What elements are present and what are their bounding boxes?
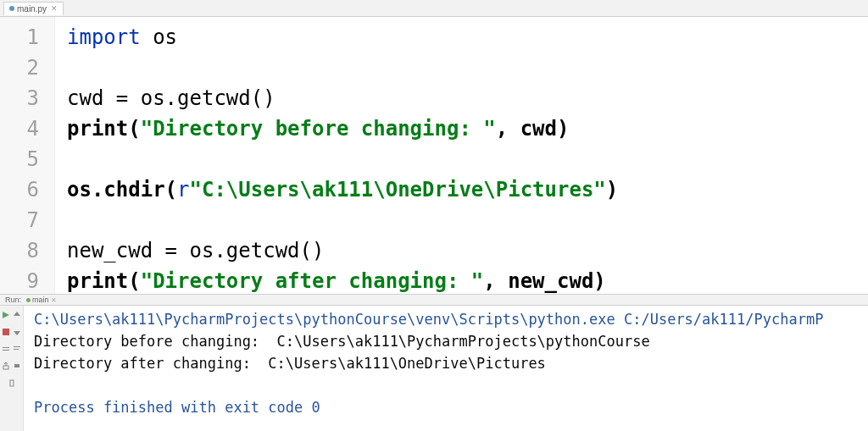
code-line[interactable]: import os bbox=[67, 22, 868, 52]
code-line[interactable]: print("Directory after changing: ", new_… bbox=[67, 266, 868, 294]
code-line[interactable]: cwd = os.getcwd() bbox=[67, 83, 868, 113]
python-file-icon bbox=[9, 6, 14, 11]
line-number: 5 bbox=[0, 144, 39, 174]
line-number: 2 bbox=[0, 52, 39, 83]
run-label: Run: bbox=[5, 296, 21, 304]
svg-rect-7 bbox=[10, 380, 14, 386]
console-line: Process finished with exit code 0 bbox=[34, 396, 868, 418]
run-panel-header: Run: main ✕ bbox=[0, 294, 868, 306]
code-line[interactable] bbox=[67, 52, 868, 83]
console-line: Directory before changing: C:\Users\ak11… bbox=[34, 330, 868, 352]
stop-icon[interactable] bbox=[2, 324, 10, 340]
console-line: C:\Users\ak111\PycharmProjects\pythonCou… bbox=[34, 308, 868, 330]
run-config-icon bbox=[26, 298, 31, 302]
svg-rect-4 bbox=[14, 349, 19, 350]
code-line[interactable] bbox=[67, 205, 868, 235]
run-toolbar bbox=[0, 306, 24, 431]
line-number: 8 bbox=[0, 235, 39, 266]
code-line[interactable] bbox=[67, 144, 868, 174]
line-number: 7 bbox=[0, 205, 39, 235]
line-number: 1 bbox=[0, 22, 39, 52]
line-number: 9 bbox=[0, 266, 39, 294]
code-line[interactable]: os.chdir(r"C:\Users\ak111\OneDrive\Pictu… bbox=[67, 174, 868, 205]
close-icon[interactable]: ✕ bbox=[51, 296, 57, 304]
svg-rect-5 bbox=[3, 366, 8, 369]
close-icon[interactable]: ✕ bbox=[51, 4, 58, 13]
print-icon[interactable] bbox=[13, 358, 21, 373]
console-output[interactable]: C:\Users\ak111\PycharmProjects\pythonCou… bbox=[24, 306, 868, 431]
line-number: 3 bbox=[0, 83, 39, 113]
tree-icon[interactable] bbox=[2, 341, 10, 356]
code-area[interactable]: import os cwd = os.getcwd()print("Direct… bbox=[55, 17, 868, 294]
svg-rect-0 bbox=[3, 329, 9, 335]
svg-rect-3 bbox=[14, 346, 20, 347]
line-number-gutter: 123456789 bbox=[0, 17, 55, 294]
svg-rect-6 bbox=[14, 364, 19, 367]
svg-rect-1 bbox=[3, 347, 9, 348]
arrow-up-icon[interactable] bbox=[13, 307, 21, 323]
wrap-icon[interactable] bbox=[13, 341, 21, 356]
run-panel: C:\Users\ak111\PycharmProjects\pythonCou… bbox=[0, 306, 868, 431]
tab-filename: main.py bbox=[17, 4, 47, 14]
code-editor[interactable]: 123456789 import os cwd = os.getcwd()pri… bbox=[0, 17, 868, 294]
arrow-down-icon[interactable] bbox=[13, 324, 21, 340]
line-number: 4 bbox=[0, 113, 39, 144]
editor-tab-bar: main.py ✕ bbox=[0, 0, 868, 17]
console-line bbox=[34, 374, 868, 396]
svg-rect-2 bbox=[3, 350, 9, 351]
export-icon[interactable] bbox=[2, 358, 10, 373]
tab-main-py[interactable]: main.py ✕ bbox=[3, 2, 64, 15]
run-tab-name: main bbox=[32, 296, 49, 304]
console-line: Directory after changing: C:\Users\ak111… bbox=[34, 352, 868, 374]
line-number: 6 bbox=[0, 174, 39, 205]
code-line[interactable]: new_cwd = os.getcwd() bbox=[67, 235, 868, 266]
delete-icon[interactable] bbox=[8, 375, 16, 390]
run-icon[interactable] bbox=[2, 307, 10, 323]
run-tab-main[interactable]: main ✕ bbox=[26, 296, 57, 304]
code-line[interactable]: print("Directory before changing: ", cwd… bbox=[67, 113, 868, 144]
